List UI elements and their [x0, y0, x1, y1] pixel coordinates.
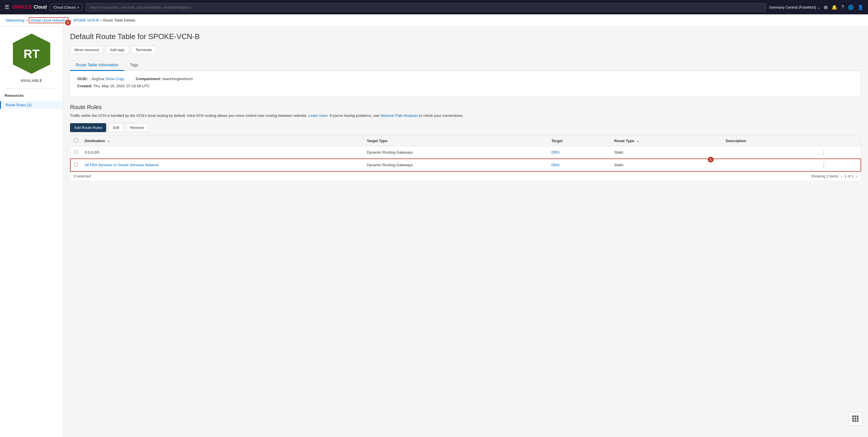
created-date: Thu, May 16, 2024, 07:16:58 UTC [93, 84, 150, 88]
search-input[interactable] [86, 3, 766, 11]
move-resource-button[interactable]: Move resource [70, 45, 103, 54]
sidebar-resources-title: Resources [0, 93, 63, 98]
add-tags-button[interactable]: Add tags [105, 45, 129, 54]
row2-kebab-cell: ⋮ [818, 159, 861, 171]
showing-items: Showing 2 items [811, 174, 838, 178]
selected-count: 0 selected [74, 174, 91, 178]
header-checkbox-cell [70, 135, 81, 146]
breadcrumb-vcn-link[interactable]: Virtual cloud networks [30, 18, 67, 22]
row1-target-type: Dynamic Routing Gateways [363, 146, 548, 159]
compartment-name: IwanHoogendoorn [162, 77, 193, 81]
created-field: Created: Thu, May 16, 2024, 07:16:58 UTC [77, 84, 150, 88]
row1-checkbox[interactable] [74, 150, 78, 154]
bell-icon[interactable]: 🔔 [832, 5, 837, 10]
region-caret-icon: ⌄ [817, 5, 820, 9]
ocid-copy-link[interactable]: Copy [116, 77, 124, 81]
breadcrumb-separator-1: » [26, 18, 28, 22]
breadcrumb-networking[interactable]: Networking [6, 18, 24, 22]
row1-kebab-menu-icon[interactable]: ⋮ [821, 150, 826, 155]
table-header: Destination ▲ Target Type Target Route T… [70, 135, 861, 146]
tab-tags[interactable]: Tags [124, 60, 144, 71]
row2-route-type: Static 1 [611, 159, 722, 171]
info-panel: OCID: ...6vg5ua Show Copy Compartment: I… [70, 71, 861, 97]
row2-destination-link[interactable]: All FRA Services In Oracle Services Netw… [85, 163, 159, 167]
row2-target: DRG [548, 159, 611, 171]
row2-checkbox[interactable] [74, 163, 78, 166]
created-label: Created: [77, 84, 92, 88]
globe-icon[interactable]: 🌐 [848, 5, 854, 10]
main-content: RT AVAILABLE Resources Route Rules (2) D… [0, 26, 868, 437]
pagination: Showing 2 items ‹ 1 of 1 › [811, 174, 857, 179]
row1-checkbox-cell [70, 146, 81, 159]
status-badge: AVAILABLE [21, 79, 42, 83]
row1-destination: 0.0.0.0/0 [81, 146, 363, 159]
header-destination[interactable]: Destination ▲ [81, 135, 363, 146]
hamburger-menu-icon[interactable]: ☰ [5, 4, 9, 10]
header-target[interactable]: Target [548, 135, 611, 146]
oracle-logo: ORACLE Cloud [12, 5, 47, 10]
tab-route-table-info[interactable]: Route Table Information [70, 60, 124, 71]
table-footer: 0 selected Showing 2 items ‹ 1 of 1 › [70, 172, 861, 181]
help-widget-button[interactable] [848, 412, 862, 426]
header-route-type[interactable]: Route Type ▲ [611, 135, 722, 146]
terminate-button[interactable]: Terminate [131, 45, 156, 54]
region-selector[interactable]: Germany Central (Frankfurt) ⌄ [769, 5, 820, 9]
page-title: Default Route Table for SPOKE-VCN-B [70, 32, 861, 41]
add-route-rules-button[interactable]: Add Route Rules [70, 123, 106, 132]
breadcrumb-badge: 2 [65, 20, 71, 26]
help-icon[interactable]: ? [841, 5, 844, 10]
next-page-button[interactable]: › [856, 174, 857, 179]
help-grid-icon [852, 415, 859, 422]
tabs: Route Table Information Tags [70, 60, 861, 71]
breadcrumb-current: Route Table Details [103, 18, 135, 22]
breadcrumb-vcn-highlight: Virtual cloud networks 2 [29, 17, 69, 23]
row2-target-link[interactable]: DRG [551, 163, 560, 167]
compartment-label: Compartment: [136, 77, 161, 81]
select-all-checkbox[interactable] [74, 139, 78, 143]
svg-text:RT: RT [24, 47, 40, 61]
header-target-type[interactable]: Target Type [363, 135, 548, 146]
row1-target-link[interactable]: DRG [551, 150, 560, 154]
action-buttons: Move resource Add tags Terminate [70, 45, 861, 54]
row1-kebab-cell: ⋮ [818, 146, 861, 159]
info-row-created: Created: Thu, May 16, 2024, 07:16:58 UTC [77, 84, 854, 88]
description-label: Description [725, 139, 746, 143]
edit-button[interactable]: Edit [108, 123, 123, 132]
sidebar-divider [6, 88, 57, 89]
row1-description [722, 146, 818, 159]
row2-route-type-value: Static [614, 163, 624, 167]
ocid-show-link[interactable]: Show [105, 77, 115, 81]
table-row: 0.0.0.0/0 Dynamic Routing Gateways DRG S… [70, 146, 861, 159]
target-label: Target [551, 139, 563, 143]
destination-label: Destination [85, 139, 105, 143]
target-type-label: Target Type [367, 139, 388, 143]
analyzer-suffix: to check your connections. [419, 114, 463, 118]
cloud-classic-button[interactable]: Cloud Classic » [50, 4, 82, 11]
table-body: 0.0.0.0/0 Dynamic Routing Gateways DRG S… [70, 146, 861, 171]
route-type-label: Route Type [614, 139, 634, 143]
row2-checkbox-cell [70, 159, 81, 171]
sidebar-item-route-rules[interactable]: Route Rules (2) [0, 101, 63, 109]
route-rules-desc-text: Traffic within the VCN is handled by the… [70, 114, 307, 118]
route-rules-table: Destination ▲ Target Type Target Route T… [70, 135, 861, 172]
analyzer-text: If you're having problems, use [330, 114, 379, 118]
breadcrumb: Networking » Virtual cloud networks 2 » … [0, 14, 868, 26]
prev-page-button[interactable]: ‹ [841, 174, 842, 179]
nav-icons: ⊞ 🔔 ? 🌐 👤 [824, 5, 863, 10]
page-info: 1 of 1 [844, 174, 854, 178]
profile-icon[interactable]: 👤 [858, 5, 863, 10]
row2-target-type: Dynamic Routing Gateways [363, 159, 548, 171]
learn-more-link[interactable]: Learn more. [309, 114, 329, 118]
cloud-text: Cloud [34, 5, 47, 10]
header-description: Description [722, 135, 818, 146]
console-icon[interactable]: ⊞ [824, 5, 828, 10]
ocid-label: OCID: [77, 77, 88, 81]
remove-button[interactable]: Remove [126, 123, 148, 132]
breadcrumb-spoke[interactable]: SPOKE-VCN-B [73, 18, 99, 22]
row2-kebab-menu-icon[interactable]: ⋮ [821, 162, 826, 168]
route-rules-title: Route Rules [70, 104, 861, 111]
table-actions: Add Route Rules Edit Remove [70, 123, 861, 132]
row1-target: DRG [548, 146, 611, 159]
network-path-analyzer-link[interactable]: Network Path Analyzer [380, 114, 418, 118]
route-rules-description: Traffic within the VCN is handled by the… [70, 113, 861, 119]
